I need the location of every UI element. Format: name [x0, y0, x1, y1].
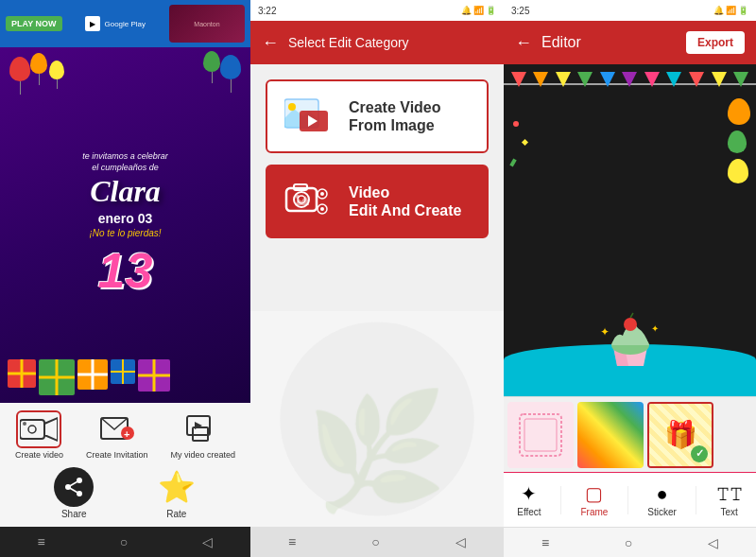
google-play-link[interactable]: ▶ Google Play — [85, 16, 146, 31]
status-icons-3: 🔔 📶 🔋 — [713, 6, 748, 15]
balloon-blue — [220, 55, 241, 93]
thumbnail-1[interactable] — [507, 402, 574, 468]
party-balloon-1 — [728, 98, 750, 125]
thumbnail-2[interactable] — [577, 402, 644, 468]
svg-line-14 — [68, 487, 79, 494]
cat-title-2: Video — [349, 183, 461, 201]
cat-title-1: Create Video — [349, 98, 441, 116]
nav-back-icon[interactable]: ◁ — [202, 534, 213, 549]
tool-divider-3 — [696, 486, 696, 514]
svg-marker-1 — [44, 418, 58, 441]
share-item[interactable]: Share — [54, 467, 94, 519]
tool-text[interactable]: 𝚃𝚃 Text — [709, 479, 750, 521]
my-video-label: My video created — [170, 450, 235, 460]
gift-blue — [111, 359, 135, 384]
share-label: Share — [61, 509, 87, 519]
thumb-frame-1 — [517, 411, 564, 459]
flag-yellow-2 — [712, 72, 727, 87]
nav-home-icon[interactable]: ○ — [120, 534, 128, 549]
text-icon: 𝚃𝚃 — [716, 483, 743, 505]
svg-point-30 — [624, 318, 637, 331]
svg-line-13 — [68, 480, 79, 487]
flags-container — [504, 72, 756, 87]
editor-canvas: ✦ ✦ — [504, 64, 756, 396]
action-create-video[interactable]: Create video — [15, 410, 63, 460]
editor-tools: ✦ Effect ▢ Frame ● Sticker 𝚃𝚃 Text — [504, 472, 756, 527]
birthday-card: te invitamos a celebrar el cumpleaños de… — [0, 47, 250, 403]
category-video-from-image-text: Create Video From Image — [349, 98, 441, 133]
tool-divider-1 — [560, 486, 561, 514]
party-balloon-2 — [728, 131, 747, 153]
action-my-video[interactable]: My video created — [170, 410, 235, 460]
my-video-icon-box — [180, 410, 226, 448]
party-scene: ✦ ✦ — [504, 64, 756, 396]
balloon-green — [203, 51, 220, 83]
card-name: Clara — [82, 174, 168, 209]
category-video-edit-create-text: Video Edit And Create — [349, 183, 461, 218]
invite-text-2: el cumpleaños de — [82, 163, 168, 172]
ad-banner: PLAY NOW ▶ Google Play Maonton — [0, 0, 250, 47]
nav-home-icon-3[interactable]: ○ — [625, 535, 632, 550]
tool-divider-2 — [627, 486, 628, 514]
invitation-icon: + — [100, 414, 134, 444]
panel-3: 3:25 🔔 📶 🔋 ← Editor Export — [504, 0, 756, 557]
watermark-icon: 🌿 — [283, 357, 472, 546]
balloon-yellow — [49, 61, 64, 89]
back-arrow-2[interactable]: ← — [262, 33, 279, 53]
tool-effect[interactable]: ✦ Effect — [509, 479, 548, 521]
svg-text:✦: ✦ — [651, 323, 659, 334]
nav-bar-3: ≡ ○ ◁ — [504, 527, 756, 557]
text-label: Text — [721, 507, 738, 517]
svg-rect-35 — [524, 419, 557, 451]
thumbnail-3[interactable]: 🎁 ✓ — [647, 402, 713, 468]
rate-item[interactable]: ⭐ Rate — [157, 467, 197, 519]
create-invitation-icon-box: + — [94, 410, 140, 448]
category-video-edit-create[interactable]: Video Edit And Create — [266, 165, 489, 238]
check-badge: ✓ — [691, 445, 708, 462]
create-invitation-label: Create Invitation — [86, 450, 148, 460]
svg-point-28 — [296, 195, 300, 199]
create-video-icon-box — [16, 410, 61, 448]
svg-text:✦: ✦ — [600, 325, 610, 339]
video-edit-create-icon — [283, 178, 335, 225]
select-category-title: Select Edit Category — [288, 35, 409, 50]
thumb-bg-1 — [507, 402, 574, 468]
flag-pink — [644, 72, 660, 87]
action-create-invitation[interactable]: + Create Invitation — [86, 410, 148, 460]
tool-sticker[interactable]: ● Sticker — [640, 479, 684, 521]
tool-frame[interactable]: ▢ Frame — [573, 479, 615, 521]
back-arrow-3[interactable]: ← — [515, 33, 532, 53]
cupcake-area: ✦ ✦ — [593, 298, 668, 377]
nav-menu-icon[interactable]: ≡ — [38, 534, 45, 549]
cupcake-svg: ✦ ✦ — [593, 298, 668, 374]
play-now-button[interactable]: PLAY NOW — [6, 16, 62, 31]
share-icon-svg — [63, 477, 84, 497]
category-video-from-image[interactable]: Create Video From Image — [266, 79, 489, 153]
nav-bar-1: ≡ ○ ◁ — [0, 527, 250, 557]
share-icon — [54, 467, 94, 507]
gift-red — [8, 359, 36, 388]
flag-red — [511, 72, 526, 87]
export-button[interactable]: Export — [686, 31, 745, 54]
rate-label: Rate — [166, 509, 186, 519]
nav-menu-icon-3[interactable]: ≡ — [541, 535, 549, 550]
gift-green — [39, 359, 75, 395]
svg-point-26 — [320, 207, 324, 211]
confetti-3 — [509, 159, 516, 167]
panel-1: PLAY NOW ▶ Google Play Maonton — [0, 0, 250, 557]
card-number: 13 — [82, 242, 168, 299]
panel2-background: 🌿 — [250, 311, 504, 528]
flag-red-2 — [689, 72, 704, 87]
ad-game-preview[interactable]: Maonton — [169, 5, 245, 43]
sticker-icon: ● — [657, 483, 668, 505]
confetti-2 — [522, 139, 528, 146]
nav-back-icon-3[interactable]: ◁ — [708, 535, 718, 550]
editor-title: Editor — [541, 34, 581, 51]
status-bar-2: 3:22 🔔 📶 🔋 — [250, 0, 504, 21]
flag-purple — [622, 72, 637, 87]
flag-blue — [600, 72, 615, 87]
svg-point-24 — [320, 192, 324, 196]
confetti-1 — [513, 121, 519, 127]
flag-yellow — [556, 72, 571, 87]
party-balloons — [728, 98, 750, 183]
